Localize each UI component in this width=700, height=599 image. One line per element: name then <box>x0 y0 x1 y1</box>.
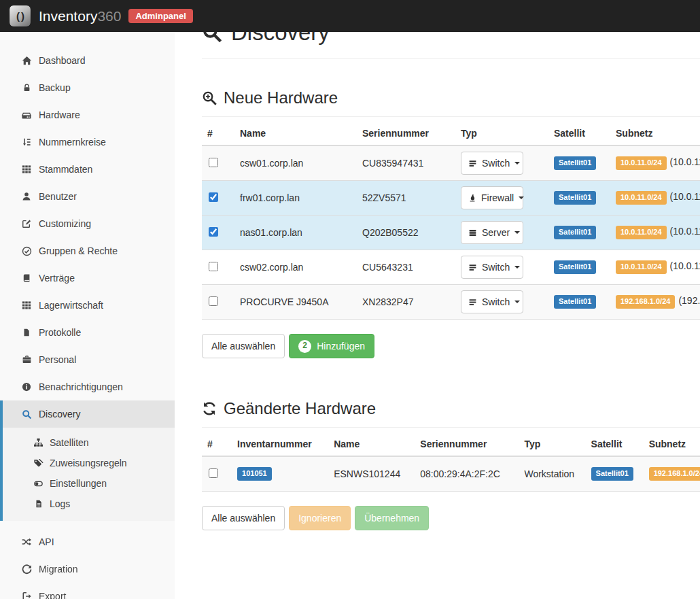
chevron-down-icon <box>514 231 520 234</box>
type-select[interactable]: Switch <box>461 152 523 175</box>
discovery-submenu: Satelliten Zuweisungsregeln Einstellunge… <box>0 428 175 521</box>
subnet-badge: 192.168.1.0/24 <box>649 467 700 480</box>
new-hardware-table: # Name Seriennummer Typ Satellit Subnetz… <box>202 122 700 320</box>
row-select-checkbox[interactable] <box>209 227 218 237</box>
sidebar-item-backup[interactable]: Backup <box>0 74 175 101</box>
subnet-ip-note: (192.16 <box>678 295 700 306</box>
subnet-ip-note: (10.0.11. <box>670 226 700 237</box>
server-icon <box>468 228 477 237</box>
sidebar-item-dashboard[interactable]: Dashboard <box>0 47 175 74</box>
selected-count-badge: 2 <box>298 340 311 353</box>
column-header: Seriennummer <box>415 432 519 456</box>
subnet-badge: 10.0.11.0/24 <box>616 260 667 273</box>
column-header: Name <box>328 432 415 456</box>
hardware-name: ESNWS101244 <box>328 456 415 491</box>
subnet-badge: 192.168.1.0/24 <box>616 295 675 308</box>
submenu-item-logs[interactable]: Logs <box>3 494 175 514</box>
sidebar-item-benachrichtigungen[interactable]: Benachrichtigungen <box>0 373 175 400</box>
add-button[interactable]: 2 Hinzufügen <box>289 334 374 358</box>
sidebar-item-nummernkreise[interactable]: Nummernkreise <box>0 129 175 156</box>
hardware-name: nas01.corp.lan <box>234 216 357 250</box>
column-header: # <box>202 122 234 146</box>
column-header: Seriennummer <box>357 122 455 146</box>
satellite-badge: Satellit01 <box>554 226 596 239</box>
apply-button[interactable]: Übernehmen <box>355 506 429 530</box>
book-icon <box>20 273 33 283</box>
table-row: csw01.corp.lan CU835947431 Switch Satell… <box>202 146 700 181</box>
subnet-ip-note: (10.0.11. <box>670 191 700 202</box>
file-icon <box>20 328 33 337</box>
sidebar-item-gruppen-rechte[interactable]: Gruppen & Rechte <box>0 237 175 264</box>
brand-title: Inventory360 <box>39 8 121 24</box>
check-circle-icon <box>20 246 33 256</box>
type-select[interactable]: Server <box>461 221 523 244</box>
toggle-icon <box>33 479 44 488</box>
chevron-down-icon <box>519 196 524 199</box>
type-select[interactable]: Firewall <box>461 186 523 209</box>
column-header: Satellit <box>548 122 610 146</box>
row-select-checkbox[interactable] <box>209 296 218 306</box>
subnet-ip-note: (10.0.11. <box>670 156 700 167</box>
sidebar-item-vertraege[interactable]: Verträge <box>0 264 175 292</box>
row-select-checkbox[interactable] <box>209 192 218 202</box>
satellite-badge: Satellit01 <box>554 295 596 308</box>
switch-icon <box>468 263 477 272</box>
brand-primary: Inventory <box>39 8 97 24</box>
search-plus-icon <box>202 90 217 105</box>
sidebar-item-protokolle[interactable]: Protokolle <box>0 319 175 346</box>
changed-hardware-title: Geänderte Hardware <box>202 399 700 418</box>
table-header-row: # Name Seriennummer Typ Satellit Subnetz <box>202 122 700 146</box>
select-all-button[interactable]: Alle auswählen <box>202 506 285 530</box>
sidebar-item-migration[interactable]: Migration <box>0 555 175 583</box>
grid-icon <box>20 165 33 174</box>
chevron-down-icon <box>514 162 520 165</box>
submenu-item-satelliten[interactable]: Satelliten <box>3 432 175 453</box>
refresh-icon <box>202 401 217 416</box>
sidebar-item-discovery[interactable]: Discovery <box>0 400 175 428</box>
table-row: frw01.corp.lan 52ZV5571 Firewall Satelli… <box>202 181 700 216</box>
sidebar-item-stammdaten[interactable]: Stammdaten <box>0 156 175 183</box>
sidebar-item-hardware[interactable]: Hardware <box>0 101 175 129</box>
serial-number: 52ZV5571 <box>357 181 455 216</box>
sidebar-item-export[interactable]: Export <box>0 583 175 599</box>
row-select-checkbox[interactable] <box>209 262 218 271</box>
row-select-checkbox[interactable] <box>209 158 218 167</box>
app-logo: ( ) <box>9 5 31 27</box>
serial-number: 08:00:29:4A:2F:2C <box>415 456 519 491</box>
serial-number: Q202B05522 <box>357 216 455 250</box>
firewall-icon <box>468 193 476 203</box>
grid-icon <box>20 301 33 310</box>
satellite-badge: Satellit01 <box>554 260 596 273</box>
column-header: Name <box>234 122 357 146</box>
column-header: Typ <box>519 432 585 456</box>
sign-out-icon <box>20 592 33 599</box>
sidebar-item-lagerwirtschaft[interactable]: Lagerwirtschaft <box>0 292 175 319</box>
chevron-down-icon <box>514 301 520 303</box>
satellite-badge: Satellit01 <box>554 191 596 204</box>
type-select[interactable]: Switch <box>461 256 523 279</box>
file-text-icon <box>33 499 44 509</box>
column-header: Subnetz <box>610 122 700 146</box>
satellite-badge: Satellit01 <box>591 467 633 480</box>
new-hardware-title: Neue Hardware <box>202 88 700 107</box>
search-icon <box>20 409 33 420</box>
divider <box>202 116 700 117</box>
type-select[interactable]: Switch <box>461 290 523 313</box>
row-select-checkbox[interactable] <box>209 468 218 478</box>
sidebar-item-personal[interactable]: Personal <box>0 346 175 373</box>
sidebar-item-customizing[interactable]: Customizing <box>0 210 175 237</box>
submenu-item-zuweisungsregeln[interactable]: Zuweisungsregeln <box>3 453 175 473</box>
sidebar-item-benutzer[interactable]: Benutzer <box>0 183 175 210</box>
column-header: Typ <box>455 122 548 146</box>
divider <box>202 427 700 428</box>
lock-icon <box>20 83 33 92</box>
subnet-badge: 10.0.11.0/24 <box>616 156 667 169</box>
submenu-item-einstellungen[interactable]: Einstellungen <box>3 473 175 494</box>
table-row: csw02.corp.lan CU5643231 Switch Satellit… <box>202 250 700 285</box>
sidebar-item-api[interactable]: API <box>0 528 175 555</box>
table-header-row: # Inventarnummer Name Seriennummer Typ S… <box>202 432 700 456</box>
ignore-button[interactable]: Ignorieren <box>289 506 351 530</box>
select-all-button[interactable]: Alle auswählen <box>202 334 285 358</box>
subnet-badge: 10.0.11.0/24 <box>616 191 667 204</box>
edit-icon <box>20 219 33 228</box>
